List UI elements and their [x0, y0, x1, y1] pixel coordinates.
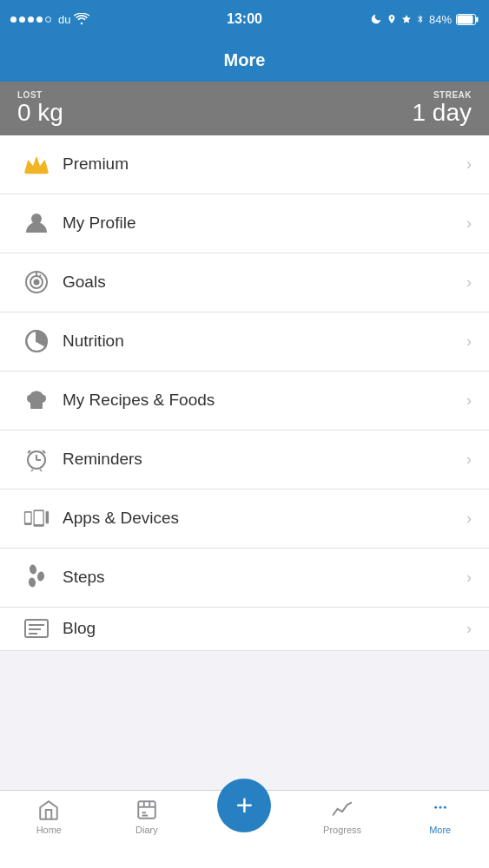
svg-marker-3: [25, 158, 48, 173]
menu-item-premium[interactable]: Premium ›: [0, 135, 489, 194]
blog-icon-container: [17, 615, 56, 641]
menu-label-nutrition: Nutrition: [63, 332, 466, 351]
menu-item-recipes[interactable]: My Recipes & Foods ›: [0, 372, 489, 431]
menu-label-reminders: Reminders: [63, 450, 466, 469]
chevron-recipes: ›: [466, 391, 472, 410]
plus-icon: +: [236, 790, 254, 819]
nav-header: More: [0, 38, 489, 82]
menu-list: Premium › My Profile › Goals ›: [0, 135, 489, 651]
menu-label-recipes: My Recipes & Foods: [63, 391, 466, 410]
menu-item-steps[interactable]: Steps ›: [0, 549, 489, 608]
menu-item-reminders[interactable]: Reminders ›: [0, 431, 489, 490]
svg-rect-4: [25, 172, 48, 174]
svg-point-8: [35, 280, 39, 285]
menu-item-goals[interactable]: Goals ›: [0, 253, 489, 312]
location-icon: [387, 13, 397, 25]
footsteps-icon-container: [17, 564, 56, 590]
svg-point-32: [434, 806, 437, 809]
battery-level: 84%: [429, 13, 452, 26]
menu-item-apps[interactable]: Apps & Devices ›: [0, 490, 489, 549]
tab-progress[interactable]: Progress: [294, 798, 392, 835]
chevron-premium: ›: [466, 155, 472, 174]
tab-diary[interactable]: Diary: [98, 798, 196, 835]
signal-dot-1: [10, 16, 17, 23]
status-right: 84%: [370, 13, 479, 26]
chevron-nutrition: ›: [466, 332, 472, 351]
signal-dot-4: [36, 16, 43, 23]
bluetooth-icon: [416, 13, 425, 25]
tab-diary-label: Diary: [135, 825, 158, 835]
status-left: du: [10, 13, 89, 26]
crown-icon-container: [17, 151, 56, 177]
tab-bar: Home Diary + Progress: [0, 790, 489, 868]
crown-icon: [23, 151, 50, 177]
svg-point-24: [29, 564, 37, 575]
chevron-goals: ›: [466, 273, 472, 292]
wifi-icon: [74, 13, 89, 25]
chevron-blog: ›: [466, 620, 472, 638]
signal-dot-2: [19, 16, 25, 23]
chef-hat-icon-container: [17, 387, 56, 413]
menu-label-goals: Goals: [63, 273, 466, 292]
svg-line-18: [40, 470, 42, 471]
home-icon: [36, 798, 61, 822]
svg-rect-2: [458, 15, 473, 23]
target-icon: [23, 269, 50, 295]
chef-hat-icon: [23, 387, 50, 413]
more-dots-icon: [428, 798, 453, 822]
menu-label-apps: Apps & Devices: [63, 509, 466, 528]
tab-progress-label: Progress: [323, 825, 361, 835]
streak-value: 1 day: [413, 100, 472, 127]
arrow-icon: [401, 13, 412, 25]
tab-home[interactable]: Home: [0, 798, 98, 835]
svg-point-33: [439, 806, 441, 809]
status-time: 13:00: [227, 11, 262, 27]
target-icon-container: [17, 269, 56, 295]
tab-add-container: +: [195, 798, 294, 832]
progress-icon: [330, 798, 354, 822]
svg-rect-23: [35, 511, 43, 524]
menu-label-blog: Blog: [63, 619, 466, 638]
svg-rect-1: [476, 16, 479, 22]
diary-icon: [135, 798, 159, 822]
add-button[interactable]: +: [217, 779, 271, 832]
menu-label-profile: My Profile: [63, 214, 466, 233]
devices-icon-container: [17, 505, 56, 531]
chevron-apps: ›: [466, 510, 472, 528]
menu-label-premium: Premium: [63, 155, 466, 174]
menu-label-steps: Steps: [63, 568, 466, 587]
svg-point-25: [36, 571, 45, 582]
status-bar: du 13:00 84%: [0, 0, 489, 38]
svg-point-26: [28, 577, 36, 588]
menu-item-profile[interactable]: My Profile ›: [0, 194, 489, 253]
alarm-icon: [23, 446, 50, 472]
battery-icon: [456, 14, 479, 25]
devices-icon: [23, 505, 50, 531]
stats-bar: LOST 0 kg STREAK 1 day: [0, 82, 489, 135]
footsteps-icon: [23, 564, 50, 590]
alarm-icon-container: [17, 446, 56, 472]
pie-chart-icon: [23, 328, 50, 354]
svg-line-15: [28, 450, 30, 453]
svg-point-34: [444, 806, 446, 809]
signal-dots: [10, 16, 51, 23]
moon-icon: [370, 13, 382, 25]
chevron-profile: ›: [466, 214, 472, 233]
person-icon-container: [17, 210, 56, 236]
svg-line-17: [31, 470, 33, 471]
blog-icon: [23, 615, 50, 641]
tab-more[interactable]: More: [391, 798, 489, 835]
person-icon: [23, 210, 50, 236]
pie-chart-icon-container: [17, 328, 56, 354]
signal-dot-3: [28, 16, 34, 23]
svg-rect-21: [46, 511, 50, 523]
lost-value: 0 kg: [17, 100, 63, 127]
chevron-steps: ›: [466, 569, 472, 587]
carrier-name: du: [58, 13, 70, 26]
tab-more-label: More: [429, 825, 451, 835]
menu-item-nutrition[interactable]: Nutrition ›: [0, 312, 489, 372]
stats-streak: STREAK 1 day: [413, 90, 472, 127]
svg-line-16: [43, 450, 45, 453]
menu-item-blog[interactable]: Blog ›: [0, 608, 489, 651]
signal-dot-5: [45, 16, 51, 23]
